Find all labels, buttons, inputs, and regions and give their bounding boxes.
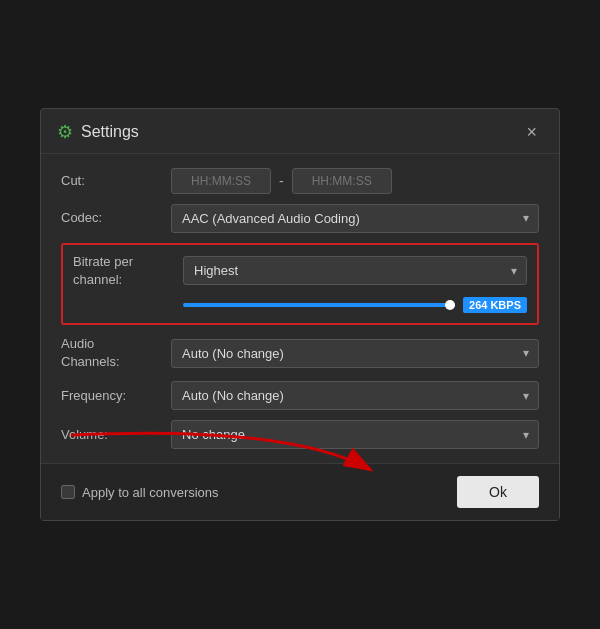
codec-select[interactable]: AAC (Advanced Audio Coding) [171,204,539,233]
bitrate-select-wrapper: Highest ▾ [183,256,527,285]
footer: Apply to all conversions Ok [41,463,559,520]
frequency-label: Frequency: [61,387,171,405]
bitrate-slider[interactable] [183,303,455,307]
slider-thumb [445,300,455,310]
frequency-row: Frequency: Auto (No change) ▾ [61,381,539,410]
close-button[interactable]: × [520,121,543,143]
bitrate-select[interactable]: Highest [183,256,527,285]
frequency-select-wrapper: Auto (No change) ▾ [171,381,539,410]
title-left: ⚙ Settings [57,121,139,143]
codec-row: Codec: AAC (Advanced Audio Coding) ▾ [61,204,539,233]
cut-dash: - [279,173,284,189]
bitrate-section: Bitrate per channel: Highest ▾ 264 KBPS [61,243,539,325]
bitrate-slider-row: 264 KBPS [73,297,527,313]
form-body: Cut: - Codec: AAC (Advanced Audio Coding… [41,154,559,464]
cut-inputs: - [171,168,539,194]
codec-label: Codec: [61,209,171,227]
audio-channels-label: Audio Channels: [61,335,171,371]
apply-all-label[interactable]: Apply to all conversions [61,485,219,500]
volume-label: Volume: [61,426,171,444]
cut-end-input[interactable] [292,168,392,194]
bitrate-label: Bitrate per channel: [73,253,183,289]
codec-select-wrapper: AAC (Advanced Audio Coding) ▾ [171,204,539,233]
frequency-select[interactable]: Auto (No change) [171,381,539,410]
volume-row: Volume: No change ▾ [61,420,539,449]
gear-icon: ⚙ [57,121,73,143]
bitrate-kbps-badge: 264 KBPS [463,297,527,313]
cut-start-input[interactable] [171,168,271,194]
bitrate-row: Bitrate per channel: Highest ▾ [73,253,527,289]
title-bar: ⚙ Settings × [41,109,559,154]
settings-dialog: ⚙ Settings × Cut: - Codec: AAC (Advanced… [40,108,560,522]
audio-channels-row: Audio Channels: Auto (No change) ▾ [61,335,539,371]
volume-select-wrapper: No change ▾ [171,420,539,449]
volume-select[interactable]: No change [171,420,539,449]
audio-channels-select-wrapper: Auto (No change) ▾ [171,339,539,368]
audio-channels-select[interactable]: Auto (No change) [171,339,539,368]
ok-button[interactable]: Ok [457,476,539,508]
dialog-title: Settings [81,123,139,141]
apply-all-text: Apply to all conversions [82,485,219,500]
apply-all-checkbox[interactable] [61,485,75,499]
cut-row: Cut: - [61,168,539,194]
cut-label: Cut: [61,172,171,190]
